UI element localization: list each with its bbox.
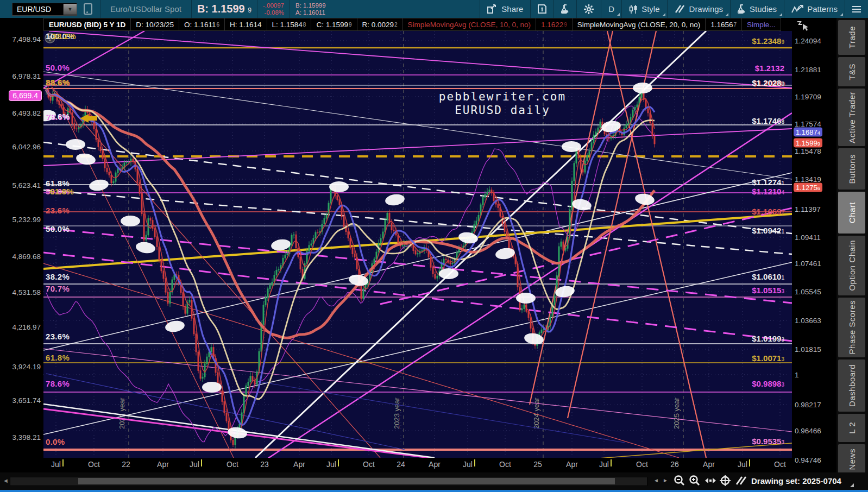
- time-axis-label: 22: [122, 460, 130, 469]
- time-axis-label: Oct: [363, 460, 375, 469]
- drawing-set-caret[interactable]: [850, 483, 854, 487]
- july-tick: [474, 459, 475, 466]
- pan-left-button[interactable]: ◄: [653, 477, 659, 483]
- drawings-shortcut-icon[interactable]: [734, 475, 747, 489]
- symbol-input[interactable]: EUR/USD ▼: [12, 3, 77, 16]
- chart-link-icon[interactable]: [84, 3, 92, 15]
- fib-level-label: 61.8%: [50, 187, 74, 196]
- ohlc-field: D: 10/23/25: [131, 18, 179, 31]
- sidebar-tab-buttons[interactable]: Buttons: [838, 148, 865, 190]
- drawings-button[interactable]: Drawings: [668, 0, 731, 18]
- symbol-dropdown-button[interactable]: ▼: [63, 4, 77, 15]
- chevron-down-icon: [726, 13, 728, 16]
- share-label: Share: [501, 4, 523, 14]
- right-axis-label: 0.98217: [795, 401, 821, 409]
- sidebar-tab-l-2[interactable]: L 2: [838, 414, 865, 442]
- patterns-button[interactable]: Patterns: [784, 0, 845, 18]
- price-target-label: $1.10697: [752, 207, 784, 216]
- gear-icon: [584, 4, 594, 14]
- left-price-axis[interactable]: 7,498.946,978.316,493.826,042.965,623.41…: [0, 31, 43, 458]
- sidebar-tab-news[interactable]: News: [838, 444, 865, 475]
- year-line-label: 2023 year: [393, 398, 401, 429]
- time-axis-label: Jul: [738, 460, 747, 469]
- zoom-in-button[interactable]: [689, 475, 701, 489]
- sidebar-tab-option-chain[interactable]: Option Chain: [838, 236, 865, 295]
- zoom-out-button[interactable]: [674, 475, 685, 489]
- time-axis-label: Jul: [190, 460, 199, 469]
- left-axis-label: 4,531.58: [12, 288, 41, 297]
- sidebar-tab-trade[interactable]: Trade: [838, 20, 865, 55]
- drawing-set-label[interactable]: Drawing set: 2025-0704: [751, 476, 841, 485]
- left-axis-label: 6,493.82: [12, 109, 41, 117]
- time-axis-label: Jul: [326, 460, 336, 469]
- chart-scrollbar[interactable]: [10, 477, 647, 486]
- pan-mode-button[interactable]: [719, 475, 731, 489]
- year-line-label: 2025 year: [672, 398, 681, 429]
- sidebar-tab-chart[interactable]: Chart: [838, 192, 865, 234]
- price-target-label: $0.98983: [752, 379, 784, 388]
- style-label: Style: [641, 4, 659, 14]
- scrollbar-thumb[interactable]: [78, 478, 615, 484]
- fib-level-label: 38.2%: [46, 272, 70, 281]
- right-axis-label: 1.15478: [795, 147, 821, 155]
- ohlc-field: H: 1.1614: [225, 18, 267, 31]
- time-axis-label: 24: [397, 460, 405, 469]
- year-line-label: 2021 year: [118, 398, 126, 429]
- time-axis-label: Apr: [293, 460, 305, 469]
- notes-button[interactable]: [531, 0, 553, 18]
- price-chart[interactable]: 2021 year2023 year2024 year2025 year!peb…: [43, 31, 792, 458]
- sidebar-tab-active-trader[interactable]: Active Trader: [838, 89, 865, 146]
- fib-level-label: 38.2%: [52, 31, 76, 41]
- sidebar-tab-phase-scores[interactable]: Phase Scores: [838, 298, 865, 357]
- price-target-label: $1.00713: [752, 354, 784, 363]
- chart-canvas[interactable]: 2021 year2023 year2024 year2025 year!peb…: [43, 31, 792, 458]
- beaker-button[interactable]: [554, 0, 576, 18]
- study-label: Simple...: [742, 18, 781, 31]
- july-tick: [338, 459, 339, 466]
- right-axis-label: 1.01815: [795, 345, 821, 354]
- july-tick: [611, 459, 612, 466]
- studies-button[interactable]: Studies: [731, 0, 784, 18]
- watermark-line2: EURUSD daily: [455, 104, 550, 117]
- scroll-left-arrow[interactable]: ◄: [3, 477, 9, 484]
- right-axis-label: 1.09411: [795, 234, 821, 242]
- fib-level-label: 23.6%: [46, 206, 70, 215]
- cursor-style-icon[interactable]: [796, 20, 810, 35]
- window-bottom-border: [0, 490, 868, 492]
- top-toolbar: EUR/USD ▼ Euro/USDollar Spot B: 1.1599 9…: [0, 0, 868, 18]
- right-axis-label: 1.05545: [795, 288, 821, 296]
- settings-button[interactable]: [577, 0, 601, 18]
- time-axis-label: Jul: [51, 460, 61, 469]
- pan-right-button[interactable]: ►: [663, 477, 668, 483]
- share-button[interactable]: Share: [480, 0, 530, 18]
- fib-level-label: 78.6%: [46, 379, 70, 388]
- left-axis-label: 3,398.21: [12, 433, 41, 441]
- chevron-down-icon: [663, 13, 665, 16]
- price-target-label: $1.17468: [752, 116, 784, 125]
- chart-header-strip: EUR/USD (BID) 5 Y 1DD: 10/23/25O: 1.1611…: [0, 18, 868, 31]
- time-axis-label: Apr: [566, 460, 578, 469]
- time-axis-label: Oct: [499, 460, 511, 469]
- time-axis[interactable]: JulOct22AprJulOct23AprJulOct24AprJulOct2…: [43, 458, 792, 472]
- fib-level-label: 0.0%: [46, 437, 65, 446]
- toolbar-buttons: ShareDStyleDrawingsStudiesPatterns: [480, 0, 868, 18]
- menu-button[interactable]: [845, 0, 868, 18]
- time-axis-label: 25: [533, 460, 542, 469]
- timeframe-button[interactable]: D: [601, 0, 621, 18]
- sidebar-tab-dashboard[interactable]: Dashboard: [838, 359, 865, 412]
- auto-scale-button[interactable]: [704, 475, 717, 489]
- price-badge: 1.16874: [794, 128, 822, 137]
- right-axis-label: 1.19709: [795, 93, 821, 101]
- drawings-icon: [675, 4, 685, 14]
- right-price-axis[interactable]: 1.240941.218811.197091.175741.154781.134…: [792, 18, 836, 472]
- study-label: SimpleMovingAvg (CLOSE, 10, 0, no): [403, 18, 536, 31]
- style-button[interactable]: Style: [622, 0, 666, 18]
- ohlc-field: L: 1.15848: [267, 18, 312, 31]
- fib-level-label: 61.8%: [46, 353, 70, 362]
- note-icon: [538, 4, 546, 14]
- patterns-icon: [791, 5, 803, 14]
- sidebar-tab-t-s[interactable]: T&S: [838, 57, 865, 86]
- bid-price-large: B: 1.1599 9: [192, 3, 257, 15]
- study-value: 1.16567: [706, 18, 742, 31]
- studies-label: Studies: [750, 4, 777, 14]
